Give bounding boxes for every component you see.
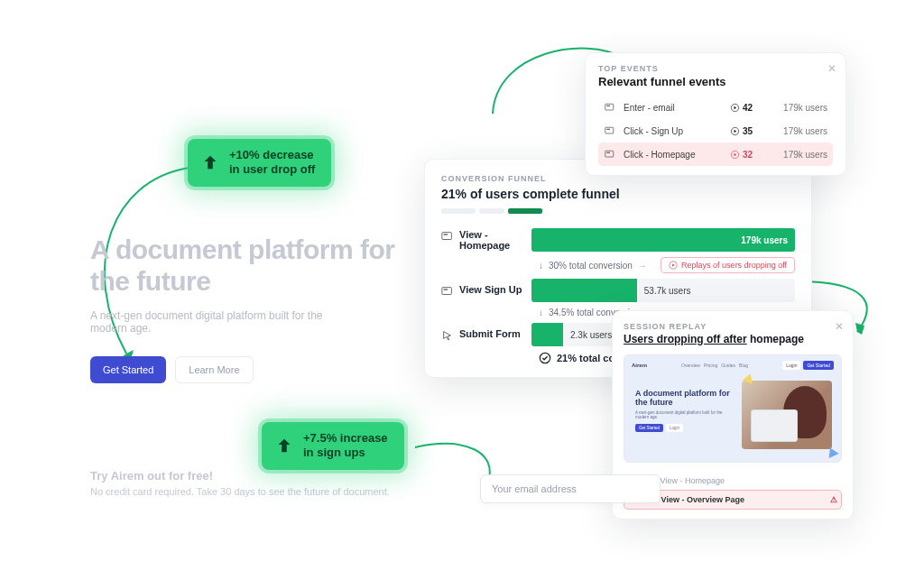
funnel-title: 21% of users complete funnel (441, 187, 795, 201)
svg-rect-1 (444, 234, 448, 234)
trial-subtitle: No credit card required. Take 30 days to… (90, 486, 415, 497)
funnel-step-users: 53.7k users (644, 286, 691, 296)
funnel-between-row: ↓ 30% total conversion → Replays of user… (539, 257, 795, 273)
hero-subtitle: A next-gen document digital platform bui… (90, 309, 343, 335)
funnel-step-name: Submit Form (459, 328, 521, 339)
svg-rect-12 (605, 151, 614, 157)
check-circle-icon (539, 352, 551, 364)
thumb-brand: Airem (632, 363, 647, 368)
arrow-up-icon (274, 436, 294, 455)
event-users: 179k users (779, 103, 827, 113)
thumb-sub: A next-gen document digital platform bui… (635, 410, 735, 419)
play-icon (730, 150, 740, 160)
learn-more-button[interactable]: Learn More (175, 356, 253, 383)
replay-label: SESSION REPLAY (624, 322, 842, 331)
funnel-step-name: View Sign Up (459, 284, 522, 295)
warning-icon: ⚠ (830, 495, 837, 504)
replays-pill[interactable]: Replays of users dropping off (661, 257, 795, 273)
thumb-login: Login (782, 361, 800, 370)
events-label: TOP EVENTS (598, 64, 833, 73)
thumb-photo (742, 381, 832, 449)
funnel-step-users: 2.3k users (570, 330, 612, 340)
replay-event-text: View - Overview Page (661, 495, 744, 504)
page-icon (604, 125, 616, 136)
arrow-down-icon: ↓ (539, 261, 543, 271)
thumb-headline: A document platform for the future (635, 390, 735, 408)
svg-rect-3 (442, 287, 452, 294)
svg-rect-13 (606, 152, 610, 153)
event-name: Click - Homepage (624, 150, 723, 160)
event-row[interactable]: Click - Sign Up35179k users (598, 119, 833, 142)
funnel-step-users: 179k users (741, 235, 788, 245)
play-icon (669, 261, 678, 270)
funnel-step: View Sign Up 53.7k users (441, 279, 795, 302)
close-icon[interactable]: ✕ (835, 320, 844, 333)
event-count: 32 (730, 150, 772, 160)
svg-rect-7 (606, 106, 610, 106)
play-icon (730, 103, 740, 113)
hero-title: A document platform for the future (90, 234, 397, 297)
replay-title: Users dropping off after homepage (624, 333, 842, 345)
page-icon (604, 149, 616, 160)
events-title: Relevant funnel events (598, 75, 833, 88)
close-icon[interactable]: ✕ (827, 62, 836, 75)
arrow-down-icon: ↓ (539, 308, 543, 317)
top-events-card: ✕ TOP EVENTS Relevant funnel events Ente… (585, 52, 846, 176)
trial-block: Try Airem out for free! No credit card r… (90, 469, 415, 497)
event-row[interactable]: Enter - email42179k users (598, 96, 833, 119)
email-input[interactable]: Your email address (480, 474, 661, 503)
page-icon (441, 230, 454, 243)
replay-event-text: View - Homepage (661, 476, 725, 485)
svg-rect-9 (605, 127, 614, 133)
funnel-mini-bars (441, 208, 795, 214)
funnel-step-name: View - Homepage (459, 229, 531, 251)
event-users: 179k users (779, 150, 827, 160)
svg-rect-6 (605, 104, 614, 110)
event-name: Enter - email (624, 103, 723, 113)
funnel-step: View - Homepage 179k users (441, 228, 795, 252)
stat-badge-signups: +7.5% increase in sign ups (262, 422, 404, 470)
stat-badge-text: +7.5% increase in sign ups (303, 431, 388, 459)
svg-rect-10 (606, 129, 610, 130)
replay-thumbnail[interactable]: Airem OverviewPricingGuidesBlog Login Ge… (624, 354, 842, 463)
cursor-icon (441, 329, 454, 342)
svg-rect-4 (444, 289, 448, 290)
conversion-text: 30% total conversion (549, 261, 633, 271)
get-started-button[interactable]: Get Started (90, 356, 166, 383)
event-row[interactable]: Click - Homepage32179k users (598, 142, 833, 166)
event-count: 35 (730, 126, 772, 136)
event-users: 179k users (779, 126, 827, 136)
thumb-nav: OverviewPricingGuidesBlog (681, 363, 748, 368)
trial-title: Try Airem out for free! (90, 469, 415, 483)
page-icon (604, 102, 616, 113)
play-icon (730, 126, 740, 136)
stat-badge-dropoff: +10% decrease in user drop off (188, 139, 331, 187)
event-name: Click - Sign Up (624, 126, 723, 136)
event-count: 42 (730, 103, 772, 113)
thumb-getstarted: Get Started (803, 361, 834, 370)
page-icon (441, 285, 454, 298)
svg-rect-0 (442, 233, 452, 240)
stat-badge-text: +10% decrease in user drop off (229, 148, 315, 176)
hero-block: A document platform for the future A nex… (90, 234, 397, 383)
arrow-up-icon (200, 152, 220, 172)
